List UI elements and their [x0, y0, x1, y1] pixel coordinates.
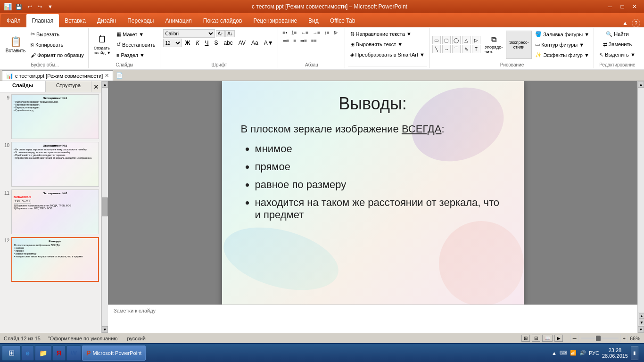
shape-oval[interactable]: ◯: [452, 36, 461, 44]
shape-outline-button[interactable]: ▭Контур фигуры ▼: [533, 40, 592, 49]
close-button[interactable]: ✕: [629, 2, 640, 11]
slide-thumb-9[interactable]: Эксперимент №1 • Расположите предмет пер…: [11, 94, 99, 139]
align-left-button[interactable]: ⬅≡: [281, 37, 291, 44]
normal-view-button[interactable]: ⊞: [521, 335, 530, 342]
underline-button[interactable]: Ч: [202, 39, 211, 47]
align-right-button[interactable]: ➡≡: [298, 37, 309, 44]
shape-line[interactable]: ╲: [432, 45, 441, 53]
show-desktop-button[interactable]: ▮: [631, 346, 638, 360]
bold-button[interactable]: Ж: [183, 39, 193, 47]
font-size-decrease-button[interactable]: A↑: [216, 30, 225, 37]
taskbar-app-ie[interactable]: e: [22, 346, 34, 361]
find-button[interactable]: 🔍Найти: [603, 29, 631, 39]
scroll-up-arrow-right[interactable]: ▲: [638, 81, 644, 88]
slide-thumb-10[interactable]: Эксперимент №2 • На столе перед зеркалом…: [11, 142, 99, 187]
indent-increase-button[interactable]: →≡: [311, 29, 322, 36]
section-button[interactable]: ≡ Раздел ▼: [114, 50, 157, 60]
maximize-button[interactable]: □: [617, 2, 628, 11]
font-size-increase-button[interactable]: A↓: [225, 30, 235, 37]
quick-dropdown-button[interactable]: ▼: [46, 3, 55, 10]
taskbar-app-word[interactable]: W: [66, 346, 81, 361]
tray-up-icon[interactable]: ▲: [552, 350, 557, 356]
tab-home[interactable]: Главная: [26, 14, 59, 27]
tab-design[interactable]: Дизайн: [91, 14, 122, 27]
shadow-button[interactable]: abc: [221, 39, 235, 47]
slides-panel-scrollbar[interactable]: ▲ ▼: [101, 81, 108, 333]
shape-connector[interactable]: ⌒: [452, 45, 461, 53]
tab-animation[interactable]: Анимация: [159, 14, 197, 27]
slide-item-10[interactable]: 10 Эксперимент №2 • На столе перед зерка…: [2, 142, 99, 187]
zoom-in-button[interactable]: +: [620, 335, 628, 342]
new-tab-button[interactable]: 📄: [113, 70, 126, 81]
taskbar-app-explorer[interactable]: 📁: [35, 346, 51, 361]
panel-tab-structure[interactable]: Структура: [46, 81, 91, 92]
font-family-select[interactable]: Calibri Times New Roman Arial: [163, 29, 215, 38]
tab-insert[interactable]: Вставка: [59, 14, 91, 27]
slide-sorter-button[interactable]: ⊟: [532, 335, 540, 342]
slideshow-button[interactable]: ▶: [554, 335, 563, 342]
slides-panel-close-button[interactable]: ✕: [91, 81, 101, 92]
tab-transitions[interactable]: Переходы: [122, 14, 159, 27]
tab-view[interactable]: Вид: [303, 14, 324, 27]
shape-more[interactable]: ▷: [472, 36, 480, 44]
reading-view-button[interactable]: 📖: [542, 335, 553, 342]
restore-button[interactable]: ↺ Восстановить: [114, 40, 157, 49]
quick-undo-button[interactable]: ↩: [26, 3, 34, 11]
zoom-out-button[interactable]: ─: [570, 335, 579, 342]
quick-styles-button[interactable]: Экспресс-стили: [506, 31, 532, 59]
new-slide-button[interactable]: 🗒 Создатьслайд ▼: [91, 31, 113, 59]
text-direction-button[interactable]: ⇅ Направление текста ▼: [348, 29, 427, 39]
vertical-scrollbar[interactable]: ▲ ▲ ▼ ▼: [637, 81, 644, 333]
italic-button[interactable]: К: [193, 39, 201, 47]
layout-button[interactable]: ▦ Макет ▼: [114, 30, 157, 39]
justify-button[interactable]: ≡≡: [309, 37, 319, 44]
slide-item-12[interactable]: 12 Выводы: В плоском зеркале изображение…: [2, 237, 99, 282]
scroll-up-arrow[interactable]: ▲: [102, 81, 108, 88]
arrange-button[interactable]: ⧉ Упорядо-чить: [482, 31, 505, 59]
strikethrough-button[interactable]: S: [212, 39, 220, 47]
help-button[interactable]: ?: [632, 19, 640, 27]
scroll-down-arrow-right[interactable]: ▼: [638, 326, 644, 333]
paste-button[interactable]: 📋 Вставить: [4, 31, 27, 59]
align-text-button[interactable]: ⊞ Выровнять текст ▼: [348, 40, 427, 49]
align-center-button[interactable]: ≡: [291, 37, 298, 44]
format-paint-button[interactable]: 🖌 Формат по образцу: [28, 50, 86, 60]
zoom-slider[interactable]: [581, 337, 619, 339]
bullets-button[interactable]: ≡•: [281, 29, 289, 36]
copy-button[interactable]: ⎘ Копировать: [28, 40, 86, 49]
file-tab[interactable]: Файл: [1, 14, 26, 27]
indent-decrease-button[interactable]: ←≡: [299, 29, 310, 36]
start-button[interactable]: ⊞: [2, 346, 21, 361]
linespacing-button[interactable]: ↕≡: [322, 29, 331, 36]
slide-item-11[interactable]: 11 Эксперимент №3 БЕЗНАСОСАЮ 7 Ж Н О + Х…: [2, 189, 99, 234]
slide-view[interactable]: Выводы: В плоском зеркале изображение ВС…: [108, 81, 637, 304]
cut-button[interactable]: ✂ Вырезать: [28, 30, 86, 39]
slide-item-9[interactable]: 9 Эксперимент №1 • Расположите предмет п…: [2, 94, 99, 139]
slide-thumb-12[interactable]: Выводы: В плоском зеркале изображение ВС…: [11, 237, 99, 282]
shape-arrow[interactable]: →: [442, 45, 451, 53]
doc-tab-close-button[interactable]: ✕: [105, 73, 109, 79]
tab-slideshow[interactable]: Показ слайдов: [198, 14, 248, 27]
columns-button[interactable]: ⫸: [332, 29, 340, 36]
font-color-button[interactable]: A▼: [262, 39, 276, 47]
quick-save-button[interactable]: 💾: [14, 3, 24, 11]
quick-redo-button[interactable]: ↪: [36, 3, 44, 11]
taskbar-app-powerpoint[interactable]: P Microsoft PowerPoint: [82, 346, 146, 361]
shape-triangle[interactable]: △: [462, 36, 471, 44]
replace-button[interactable]: ⇄Заменить: [601, 40, 634, 49]
spacing-button[interactable]: AV: [236, 39, 248, 47]
document-tab[interactable]: 📊 с тестом.ppt [Режим совместимости] ✕: [2, 70, 113, 81]
collapse-ribbon-button[interactable]: ▲: [622, 20, 628, 26]
scroll-down-arrow[interactable]: ▼: [102, 326, 108, 333]
notes-area[interactable]: Заметки к слайду: [108, 304, 637, 333]
slide-thumb-11[interactable]: Эксперимент №3 БЕЗНАСОСАЮ 7 Ж Н О + ХШ 1…: [11, 189, 99, 234]
scroll-thumb[interactable]: [102, 197, 108, 216]
prev-slide-button[interactable]: ▲: [639, 313, 644, 319]
minimize-button[interactable]: ─: [604, 2, 616, 11]
select-button[interactable]: ↖Выделить ▼: [597, 50, 638, 59]
next-slide-button[interactable]: ▼: [639, 320, 644, 325]
shape-fill-button[interactable]: 🪣Заливка фигуры ▼: [533, 30, 592, 39]
numbering-button[interactable]: 1≡: [289, 29, 298, 36]
current-slide[interactable]: Выводы: В плоском зеркале изображение ВС…: [222, 81, 524, 304]
panel-tab-slides[interactable]: Слайды: [0, 81, 46, 92]
